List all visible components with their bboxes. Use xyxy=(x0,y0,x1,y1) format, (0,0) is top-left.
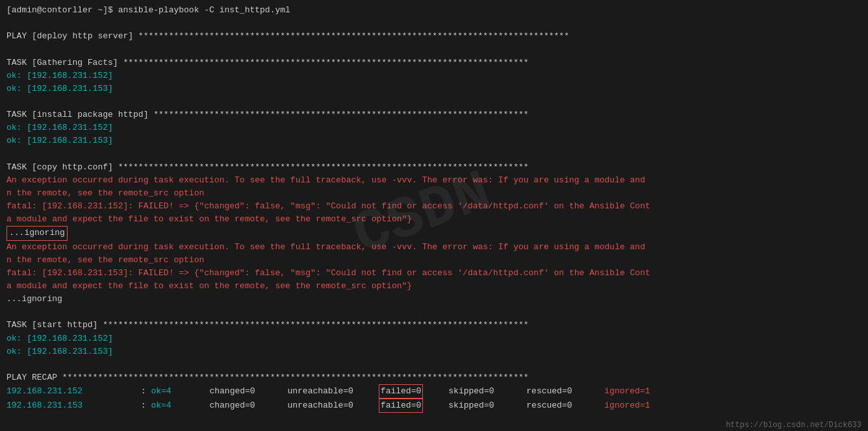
failed-box-2: failed=0 xyxy=(379,399,423,413)
play-recap-line: PLAY RECAP *****************************… xyxy=(6,371,862,384)
recap-ip1-ok: ok=4 xyxy=(151,385,209,398)
blank-6 xyxy=(6,358,862,371)
error2-line1: An exception occurred during task execut… xyxy=(6,241,862,254)
recap-ip2-failed-box: failed=0 xyxy=(379,399,448,413)
ok-153-start: ok: [192.168.231.153] xyxy=(6,345,862,358)
recap-ip1-rescued: rescued=0 xyxy=(526,385,604,398)
recap-ip2-ok: ok=4 xyxy=(151,399,209,412)
recap-ip1-skipped: skipped=0 xyxy=(448,385,526,398)
task-start: TASK [start httpd] *********************… xyxy=(6,319,862,332)
fatal1: fatal: [192.168.231.152]: FAILED! => {"c… xyxy=(6,200,862,213)
ignoring1-box: ...ignoring xyxy=(6,226,68,240)
recap-ip2-skipped: skipped=0 xyxy=(448,399,526,412)
recap-ip2-changed: changed=0 xyxy=(209,399,287,412)
play-line: PLAY [deploy http server] **************… xyxy=(6,30,862,43)
fatal2: fatal: [192.168.231.153]: FAILED! => {"c… xyxy=(6,267,862,280)
recap-colon1: : xyxy=(110,385,151,398)
task-copy: TASK [copy http.conf] ******************… xyxy=(6,161,862,174)
csdn-url: https://blog.csdn.net/Dick633 xyxy=(726,421,862,430)
ok-152-gathering: ok: [192.168.231.152] xyxy=(6,69,862,82)
prompt-line: [admin@contorller ~]$ ansible-playbook -… xyxy=(6,4,862,17)
recap-colon2: : xyxy=(110,399,151,412)
ok-153-install: ok: [192.168.231.153] xyxy=(6,134,862,147)
blank-3 xyxy=(6,95,862,108)
recap-ip2-unreachable: unreachable=0 xyxy=(287,399,378,412)
blank-2 xyxy=(6,43,862,56)
ok-152-install: ok: [192.168.231.152] xyxy=(6,121,862,134)
fatal2-cont: a module and expect the file to exist on… xyxy=(6,280,862,293)
error1-line1: An exception occurred during task execut… xyxy=(6,174,862,187)
recap-row-2: 192.168.231.153 : ok=4 changed=0 unreach… xyxy=(6,399,862,413)
blank-4 xyxy=(6,148,862,161)
blank-1 xyxy=(6,17,862,30)
recap-ip1-ignored: ignored=1 xyxy=(604,385,676,398)
recap-ip2-ignored: ignored=1 xyxy=(604,399,676,412)
task-install: TASK [install package httpd] ***********… xyxy=(6,108,862,121)
ok-152-start: ok: [192.168.231.152] xyxy=(6,332,862,345)
blank-5 xyxy=(6,306,862,319)
recap-ip2: 192.168.231.153 xyxy=(6,399,110,412)
recap-ip1-changed: changed=0 xyxy=(209,385,287,398)
ok-153-gathering: ok: [192.168.231.153] xyxy=(6,82,862,95)
fatal1-cont: a module and expect the file to exist on… xyxy=(6,213,862,226)
recap-row-1: 192.168.231.152 : ok=4 changed=0 unreach… xyxy=(6,384,862,399)
ignoring1-line: ...ignoring xyxy=(6,226,862,240)
terminal: [admin@contorller ~]$ ansible-playbook -… xyxy=(0,0,868,431)
task-gathering: TASK [Gathering Facts] *****************… xyxy=(6,56,862,69)
error2-line2: n the remote, see the remote_src option xyxy=(6,254,862,267)
recap-ip1: 192.168.231.152 xyxy=(6,385,110,398)
failed-box-1: failed=0 xyxy=(379,384,423,399)
error1-line2: n the remote, see the remote_src option xyxy=(6,187,862,200)
ignoring2-line: ...ignoring xyxy=(6,293,862,306)
recap-ip2-rescued: rescued=0 xyxy=(526,399,604,412)
recap-ip1-unreachable: unreachable=0 xyxy=(287,385,378,398)
recap-ip1-failed-box: failed=0 xyxy=(379,384,448,399)
